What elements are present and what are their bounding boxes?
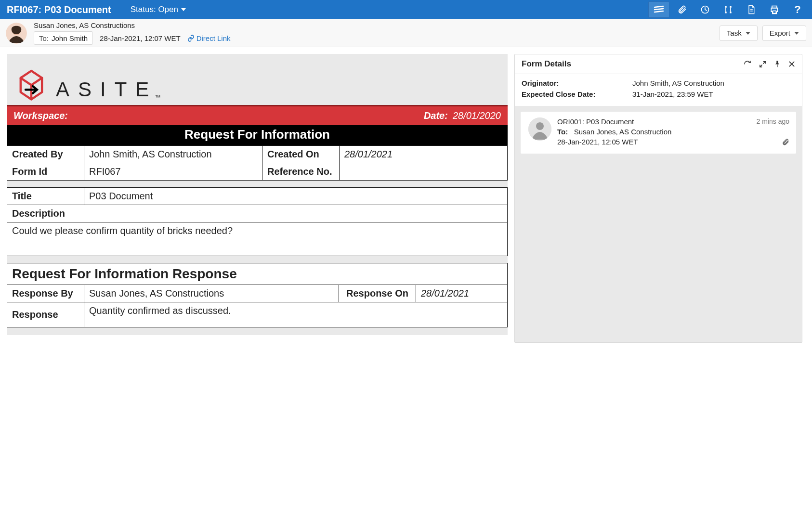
response-on-label: Response On — [339, 285, 416, 302]
svg-rect-19 — [777, 65, 777, 67]
brand-logo-strip: ASITE™ — [7, 62, 508, 105]
direct-link[interactable]: Direct Link — [187, 34, 231, 42]
export-button[interactable]: Export — [762, 26, 806, 41]
table-row: Form Id RFI067 Reference No. — [7, 163, 508, 181]
chevron-down-icon — [746, 32, 750, 35]
chevron-down-icon — [181, 8, 186, 11]
response-by-value: Susan Jones, AS Constructions — [84, 285, 339, 302]
svg-rect-4 — [725, 6, 726, 8]
author-name: Susan Jones, AS Constructions — [34, 21, 231, 29]
thread-timestamp: 28-Jan-2021, 12:05 WET — [557, 138, 788, 146]
print-icon[interactable] — [764, 1, 785, 18]
form-id-label: Form Id — [7, 163, 84, 181]
reference-no-label: Reference No. — [262, 163, 340, 181]
sent-timestamp: 28-Jan-2021, 12:07 WET — [100, 34, 181, 42]
layout-icon[interactable] — [648, 1, 669, 18]
form-id-value: RFI067 — [84, 163, 262, 181]
title-value: P03 Document — [84, 188, 508, 205]
svg-line-0 — [655, 6, 663, 7]
close-icon[interactable] — [788, 60, 795, 68]
to-label: To: — [39, 34, 49, 42]
thread-age: 2 mins ago — [757, 117, 789, 125]
thread-avatar — [528, 117, 551, 141]
thread-title: ORI001: P03 Document — [557, 117, 788, 126]
table-row: Response By Susan Jones, AS Construction… — [7, 285, 508, 302]
form-canvas: ASITE™ Workspace: Date: 28/01/2020 Reque… — [7, 54, 508, 335]
details-panel-title: Form Details — [522, 59, 571, 69]
network-icon[interactable] — [718, 1, 739, 18]
refresh-icon[interactable] — [744, 60, 751, 68]
created-by-label: Created By — [7, 146, 84, 163]
reference-no-value — [340, 163, 508, 181]
expected-close-value: 31-Jan-2021, 23:59 WET — [632, 90, 713, 98]
export-button-label: Export — [770, 29, 790, 37]
brand-logo-text: ASITE™ — [56, 78, 160, 101]
form-details-panel: Form Details Originator: John Smith, — [514, 54, 802, 343]
thread-card[interactable]: ORI001: P03 Document To: Susan Jones, AS… — [521, 112, 796, 154]
task-button[interactable]: Task — [720, 26, 758, 41]
workspace-date-label: Date: — [424, 110, 448, 121]
table-row: Response Quantity confirmed as discussed… — [7, 302, 508, 327]
help-icon[interactable]: ? — [787, 1, 808, 18]
document-icon[interactable] — [741, 1, 762, 18]
table-row: Created By John Smith, AS Construction C… — [7, 146, 508, 163]
table-row: Title P03 Document — [7, 188, 508, 205]
workspace-label: Workspace: — [13, 110, 68, 121]
direct-link-label: Direct Link — [196, 34, 231, 42]
svg-rect-6 — [725, 12, 726, 13]
created-on-label: Created On — [262, 146, 340, 163]
to-value: John Smith — [52, 34, 88, 42]
table-row: Request For Information Response — [7, 263, 508, 285]
created-on-value: 28/01/2021 — [340, 146, 508, 163]
task-button-label: Task — [727, 29, 742, 37]
originator-value: John Smith, AS Construction — [632, 79, 724, 87]
svg-line-1 — [655, 9, 663, 10]
workspace-date-value: 28/01/2020 — [453, 110, 501, 121]
svg-rect-13 — [773, 11, 776, 13]
table-row: Description — [7, 205, 508, 222]
author-avatar — [6, 23, 27, 44]
pin-icon[interactable] — [774, 60, 781, 68]
form-title-table: Title P03 Document Description Could we … — [7, 187, 508, 256]
to-chip[interactable]: To: John Smith — [34, 31, 93, 45]
description-value: Could we please confirm quantity of bric… — [7, 222, 508, 256]
response-value: Quantity confirmed as discussed. — [84, 302, 508, 327]
attachment-icon[interactable] — [782, 138, 789, 148]
thread-to-value: Susan Jones, AS Construction — [574, 128, 672, 136]
svg-rect-7 — [730, 12, 731, 13]
thread-to-label: To: — [557, 128, 568, 136]
chevron-down-icon — [794, 32, 799, 35]
response-section-title: Request For Information Response — [7, 263, 508, 285]
table-row: Could we please confirm quantity of bric… — [7, 222, 508, 256]
description-label: Description — [7, 205, 508, 222]
form-response-table: Request For Information Response Respons… — [7, 263, 508, 327]
svg-line-2 — [655, 11, 663, 12]
expand-icon[interactable] — [759, 60, 766, 68]
brand-logo-icon — [13, 65, 49, 101]
svg-rect-8 — [725, 8, 726, 12]
svg-rect-5 — [730, 6, 731, 8]
expected-close-label: Expected Close Date: — [522, 90, 632, 98]
page-title: RFI067: P03 Document — [4, 4, 111, 15]
created-by-value: John Smith, AS Construction — [84, 146, 262, 163]
status-dropdown[interactable]: Status: Open — [131, 5, 186, 14]
attachment-icon[interactable] — [671, 1, 693, 18]
svg-rect-9 — [730, 8, 731, 12]
form-info-table: Created By John Smith, AS Construction C… — [7, 145, 508, 181]
history-icon[interactable] — [694, 1, 716, 18]
response-on-value: 28/01/2021 — [416, 285, 508, 302]
section-title: Request For Information — [7, 125, 508, 145]
response-by-label: Response By — [7, 285, 84, 302]
status-label: Status: Open — [131, 5, 178, 14]
response-label: Response — [7, 302, 84, 327]
originator-label: Originator: — [522, 79, 632, 87]
svg-point-23 — [536, 122, 544, 130]
title-label: Title — [7, 188, 84, 205]
